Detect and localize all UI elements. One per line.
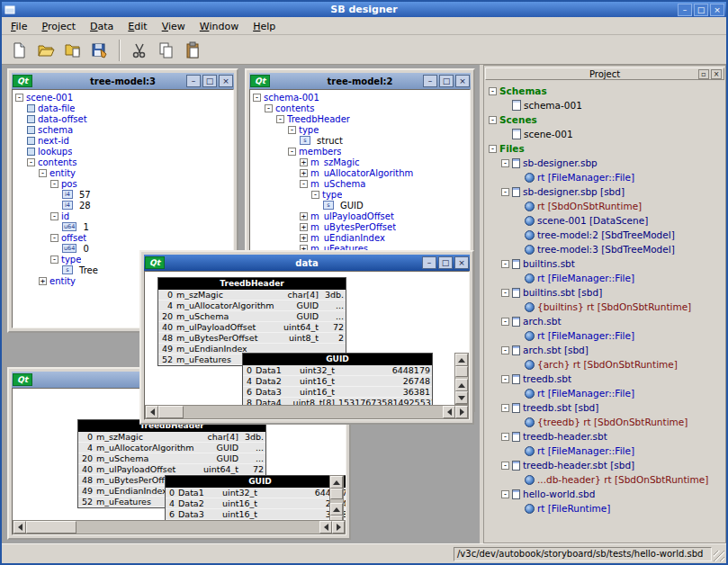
tree-item[interactable]: -builtins.sbt [sbd]: [486, 285, 724, 300]
table-row[interactable]: 0Data1uint32_t6448179: [243, 365, 432, 376]
collapse-icon[interactable]: -: [27, 158, 35, 166]
resize-grip-icon[interactable]: [714, 551, 724, 561]
tree-item[interactable]: data-file: [13, 103, 233, 113]
scrollbar-trough[interactable]: [184, 406, 443, 418]
tree-item[interactable]: -TreedbHeader: [250, 113, 470, 124]
open-project-button[interactable]: [59, 38, 86, 63]
horizontal-scrollbar[interactable]: [145, 405, 469, 419]
table-row[interactable]: 4Data2uint16_t26748: [166, 498, 346, 509]
scroll-up-button[interactable]: [330, 503, 343, 516]
close-button[interactable]: ×: [455, 75, 470, 87]
tree-item[interactable]: sstruct: [250, 135, 470, 146]
tree-item[interactable]: tree-model:2 [SbdTreeModel]: [486, 228, 724, 242]
close-button[interactable]: ×: [454, 256, 469, 269]
collapse-icon[interactable]: -: [50, 234, 58, 242]
tree-item[interactable]: rt [FileManager::File]: [486, 328, 724, 343]
scroll-left-button[interactable]: [146, 406, 158, 418]
tree-item[interactable]: -contents: [13, 157, 233, 167]
collapse-icon[interactable]: -: [15, 94, 23, 102]
minimize-button[interactable]: –: [422, 256, 436, 269]
tree-item[interactable]: +m_uBytesPerOffset: [250, 221, 470, 232]
table-row[interactable]: 0Data1uint32_t6448179: [166, 488, 346, 498]
table-row[interactable]: 20m_uSchemaGUID...: [78, 453, 265, 464]
float-panel-button[interactable]: ▫: [698, 69, 709, 79]
scrollbar-thumb[interactable]: [455, 366, 468, 377]
menu-project[interactable]: Project: [34, 18, 83, 34]
minimize-button[interactable]: –: [423, 75, 437, 87]
tree-item[interactable]: -builtins.sbt: [486, 256, 724, 271]
close-button[interactable]: ×: [710, 4, 724, 16]
tree-item[interactable]: -scene-001: [13, 92, 233, 103]
tree-item[interactable]: +m_ulPayloadOffset: [250, 211, 470, 221]
collapse-icon[interactable]: -: [501, 188, 509, 196]
menu-window[interactable]: Window: [193, 18, 246, 34]
window-titlebar[interactable]: SB designer – □ ×: [2, 2, 726, 17]
maximize-button[interactable]: □: [438, 256, 453, 269]
scroll-left-button[interactable]: [443, 406, 455, 418]
collapse-icon[interactable]: -: [501, 404, 509, 412]
copy-button[interactable]: [153, 38, 180, 63]
collapse-icon[interactable]: -: [288, 148, 296, 156]
tree-item[interactable]: +m_szMagic: [250, 157, 470, 167]
collapse-icon[interactable]: -: [300, 180, 308, 188]
table-row[interactable]: 0m_szMagicchar[4]3db.: [78, 432, 265, 443]
collapse-icon[interactable]: -: [311, 191, 319, 199]
tree-item[interactable]: -Schemas: [486, 84, 724, 98]
tree-item[interactable]: +m_uAllocatorAlgorithm: [250, 167, 470, 178]
collapse-icon[interactable]: -: [276, 115, 284, 123]
save-button[interactable]: [86, 38, 113, 63]
menu-view[interactable]: View: [155, 18, 193, 34]
expand-icon[interactable]: +: [300, 169, 308, 177]
collapse-icon[interactable]: -: [501, 433, 509, 441]
project-panel-header[interactable]: Project ▫ ×: [485, 67, 724, 80]
close-panel-button[interactable]: ×: [711, 69, 722, 79]
tree-item[interactable]: -sb-designer.sbp [sbd]: [486, 184, 724, 199]
collapse-icon[interactable]: -: [50, 256, 58, 264]
collapse-icon[interactable]: -: [50, 180, 58, 188]
expand-icon[interactable]: +: [300, 212, 308, 220]
tree-item[interactable]: -schema-001: [250, 92, 470, 103]
maximize-button[interactable]: □: [694, 4, 708, 16]
table-row[interactable]: 6Data3uint16_t36381: [166, 509, 346, 520]
scroll-down-button[interactable]: [455, 391, 468, 404]
cut-button[interactable]: [126, 38, 153, 63]
maximize-button[interactable]: □: [439, 75, 454, 87]
collapse-icon[interactable]: -: [489, 116, 497, 124]
collapse-icon[interactable]: -: [501, 159, 509, 167]
collapse-icon[interactable]: -: [253, 94, 261, 102]
tree-item[interactable]: -treedb.sbt: [486, 372, 724, 386]
tree-item[interactable]: {builtins} rt [SbdOnSbtRuntime]: [486, 300, 724, 314]
tree-item[interactable]: sGUID: [250, 200, 470, 211]
scrollbar-trough[interactable]: [76, 521, 319, 534]
menu-help[interactable]: Help: [246, 18, 283, 34]
menu-data[interactable]: Data: [83, 18, 121, 34]
tree-item[interactable]: scene-001: [486, 127, 724, 141]
menu-edit[interactable]: Edit: [121, 18, 154, 34]
scroll-left-button[interactable]: [13, 521, 26, 534]
tree-item[interactable]: -members: [250, 146, 470, 157]
expand-icon[interactable]: +: [300, 234, 308, 242]
scrollbar-thumb[interactable]: [26, 521, 76, 534]
collapse-icon[interactable]: -: [501, 375, 509, 383]
scroll-up-button[interactable]: [330, 476, 343, 489]
app-icon[interactable]: [4, 4, 16, 15]
tree-item[interactable]: rt [FileManager::File]: [486, 444, 724, 458]
mdi-window-data[interactable]: Qt data – □ × TreedbHeader0m_szMagicchar…: [139, 250, 474, 425]
table-row[interactable]: 4m_uAllocatorAlgorithmGUID...: [78, 443, 265, 453]
tree-item[interactable]: scene-001 [DataScene]: [486, 213, 724, 228]
collapse-icon[interactable]: -: [501, 289, 509, 297]
tree-item[interactable]: -offset: [13, 232, 233, 243]
guid-table[interactable]: GUID0Data1uint32_t64481794Data2uint16_t2…: [242, 353, 433, 409]
horizontal-scrollbar[interactable]: [13, 520, 346, 534]
tree-item[interactable]: i428: [13, 200, 233, 211]
maximize-button[interactable]: □: [202, 75, 217, 87]
tree-item[interactable]: lookups: [13, 146, 233, 157]
paste-button[interactable]: [180, 38, 207, 63]
tree-item[interactable]: -treedb-header.sbt [sbd]: [486, 458, 724, 472]
collapse-icon[interactable]: -: [501, 346, 509, 354]
scroll-up-button[interactable]: [455, 354, 468, 366]
collapse-icon[interactable]: -: [265, 104, 273, 112]
collapse-icon[interactable]: -: [501, 318, 509, 326]
tree-item[interactable]: -arch.sbt [sbd]: [486, 343, 724, 357]
table-row[interactable]: 4Data2uint16_t26748: [243, 376, 432, 387]
